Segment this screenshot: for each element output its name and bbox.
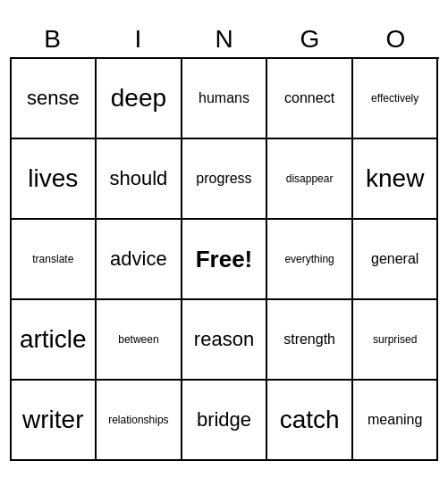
cell-text-r1-c3: disappear (286, 172, 334, 185)
bingo-cell-r4-c1: relationships (97, 381, 182, 461)
bingo-cell-r3-c0: article (12, 300, 97, 381)
header-letter-I: I (96, 25, 182, 54)
cell-text-r3-c3: strength (283, 331, 335, 348)
bingo-cell-r4-c2: bridge (182, 381, 268, 461)
cell-text-r4-c0: writer (22, 406, 83, 434)
bingo-cell-r0-c0: sense (12, 59, 97, 139)
cell-text-r0-c0: sense (27, 87, 80, 110)
cell-text-r2-c2: Free! (196, 246, 253, 273)
cell-text-r1-c0: lives (28, 164, 78, 193)
bingo-header: BINGO (10, 25, 439, 54)
cell-text-r0-c2: humans (199, 90, 249, 106)
cell-text-r4-c4: meaning (368, 412, 422, 428)
cell-text-r3-c2: reason (194, 328, 254, 351)
cell-text-r3-c1: between (118, 333, 158, 346)
cell-text-r4-c1: relationships (108, 414, 168, 426)
bingo-cell-r2-c1: advice (97, 220, 182, 300)
bingo-grid: sensedeephumansconnecteffectivelylivessh… (10, 57, 439, 461)
cell-text-r0-c3: connect (284, 90, 334, 106)
cell-text-r2-c3: everything (284, 253, 334, 265)
cell-text-r1-c2: progress (196, 171, 251, 187)
bingo-cell-r0-c1: deep (97, 59, 182, 139)
bingo-cell-r3-c4: surprised (353, 300, 439, 381)
cell-text-r1-c4: knew (366, 164, 424, 193)
bingo-cell-r4-c0: writer (12, 381, 97, 461)
bingo-cell-r0-c4: effectively (353, 59, 439, 139)
bingo-cell-r4-c4: meaning (353, 381, 439, 461)
bingo-cell-r1-c2: progress (182, 139, 268, 220)
cell-text-r2-c0: translate (32, 253, 73, 265)
bingo-cell-r2-c0: translate (12, 220, 97, 300)
cell-text-r3-c0: article (20, 325, 87, 354)
cell-text-r4-c2: bridge (197, 408, 251, 432)
bingo-cell-r2-c4: general (353, 220, 439, 300)
bingo-card: BINGO sensedeephumansconnecteffectivelyl… (10, 25, 439, 461)
header-letter-O: O (353, 25, 439, 54)
bingo-cell-r3-c1: between (97, 300, 182, 381)
header-letter-B: B (10, 25, 96, 54)
cell-text-r3-c4: surprised (373, 333, 417, 346)
cell-text-r1-c1: should (109, 167, 167, 190)
cell-text-r0-c4: effectively (371, 92, 418, 105)
bingo-cell-r1-c1: should (97, 139, 182, 220)
bingo-cell-r2-c2: Free! (182, 220, 268, 300)
cell-text-r0-c1: deep (111, 84, 166, 113)
bingo-cell-r3-c3: strength (267, 300, 353, 381)
bingo-cell-r1-c3: disappear (267, 139, 353, 220)
cell-text-r2-c1: advice (110, 247, 167, 271)
header-letter-N: N (182, 25, 267, 54)
cell-text-r4-c3: catch (280, 406, 340, 434)
bingo-cell-r3-c2: reason (182, 300, 268, 381)
bingo-cell-r1-c4: knew (353, 139, 439, 220)
bingo-cell-r2-c3: everything (267, 220, 353, 300)
bingo-cell-r0-c2: humans (182, 59, 268, 139)
bingo-cell-r1-c0: lives (12, 139, 97, 220)
header-letter-G: G (267, 25, 353, 54)
cell-text-r2-c4: general (371, 251, 418, 267)
bingo-cell-r4-c3: catch (267, 381, 353, 461)
bingo-cell-r0-c3: connect (267, 59, 353, 139)
